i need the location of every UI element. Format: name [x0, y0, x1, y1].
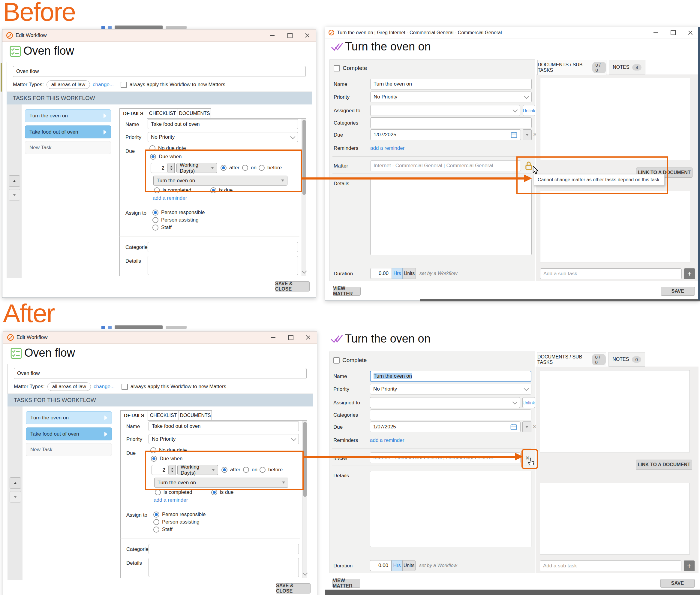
duration-input[interactable]: 0.00 — [370, 268, 392, 279]
calendar-icon[interactable] — [510, 423, 517, 430]
add-subtask-input[interactable]: Add a sub task — [540, 561, 681, 571]
is-completed-option[interactable]: is completed — [155, 489, 192, 495]
tab-documents-subtasks[interactable]: DOCUMENTS / SUB TASKS 0 / 0 — [537, 60, 606, 75]
assign-person-assisting[interactable]: Person assisting — [153, 519, 200, 525]
task-item-turn-oven-on[interactable]: Turn the oven on — [26, 411, 112, 424]
move-task-up-button[interactable] — [9, 175, 20, 187]
close-button[interactable] — [298, 29, 316, 41]
duration-input[interactable]: 0.00 — [370, 560, 391, 571]
save-close-button[interactable]: SAVE & CLOSE — [275, 281, 310, 291]
due-date-dropdown-button[interactable] — [522, 422, 531, 432]
add-reminder-link[interactable]: add a reminder — [153, 195, 187, 201]
tab-notes[interactable]: NOTES 0 — [609, 352, 645, 367]
complete-checkbox-row[interactable]: Complete — [334, 65, 367, 72]
unlink-button[interactable]: Unlink — [523, 105, 535, 116]
task-name-input[interactable]: Turn the oven on — [370, 79, 532, 89]
categories-input[interactable] — [148, 544, 299, 554]
task-item-take-food-out[interactable]: Take food out of oven — [26, 427, 112, 441]
assigned-to-select[interactable] — [370, 397, 520, 408]
categories-input[interactable] — [370, 117, 532, 128]
matter-types-pill[interactable]: all areas of law — [47, 81, 90, 89]
tab-documents[interactable]: DOCUMENTS — [179, 410, 212, 421]
details-textarea[interactable] — [148, 558, 299, 577]
maximize-button[interactable] — [664, 27, 682, 39]
complete-checkbox-row[interactable]: Complete — [333, 357, 367, 364]
minimize-button[interactable] — [647, 27, 664, 39]
due-date-dropdown-button[interactable] — [523, 130, 532, 140]
priority-select[interactable]: No Priority — [370, 91, 532, 102]
window-titlebar[interactable]: Turn the oven on | Greg Internet - Comme… — [325, 27, 699, 38]
task-item-new-task[interactable]: New Task — [26, 443, 112, 456]
due-date-input[interactable]: 1/07/2025 — [370, 130, 521, 140]
assigned-to-select[interactable] — [370, 105, 520, 116]
maximize-button[interactable] — [282, 332, 299, 343]
calendar-icon[interactable] — [511, 131, 518, 138]
duration-hrs-button[interactable]: Hrs — [391, 560, 402, 571]
priority-select[interactable]: No Priority — [148, 132, 298, 142]
tab-checklist[interactable]: CHECKLIST — [148, 410, 179, 421]
task-item-new-task[interactable]: New Task — [25, 141, 111, 154]
task-name-input-focused[interactable]: Turn the oven on — [370, 371, 531, 381]
change-link[interactable]: change... — [93, 82, 114, 88]
task-item-take-food-out[interactable]: Take food out of oven — [25, 125, 111, 138]
documents-list[interactable] — [540, 370, 690, 452]
details-textarea[interactable] — [370, 471, 531, 547]
save-close-button[interactable]: SAVE & CLOSE — [276, 583, 311, 594]
close-button[interactable] — [682, 27, 699, 39]
tab-notes[interactable]: NOTES 4 — [609, 60, 645, 75]
details-scrollbar[interactable] — [302, 421, 307, 578]
minimize-button[interactable] — [264, 29, 281, 41]
duration-units-button[interactable]: Units — [402, 560, 415, 571]
move-task-down-button[interactable] — [9, 491, 21, 503]
add-subtask-button[interactable]: + — [684, 561, 695, 571]
assign-staff[interactable]: Staff — [153, 527, 173, 533]
move-task-up-button[interactable] — [9, 477, 21, 489]
add-reminder-link[interactable]: add a reminder — [370, 437, 404, 444]
save-button[interactable]: SAVE — [661, 579, 695, 588]
tab-documents[interactable]: DOCUMENTS — [178, 108, 211, 119]
categories-input[interactable] — [370, 409, 531, 420]
view-matter-button[interactable]: VIEW MATTER — [333, 287, 361, 296]
tab-details[interactable]: DETAILS — [120, 410, 148, 421]
maximize-button[interactable] — [281, 29, 298, 41]
tab-documents-subtasks[interactable]: DOCUMENTS / SUB TASKS 0 / 0 — [537, 352, 606, 367]
add-subtask-input[interactable]: Add a sub task — [540, 268, 682, 279]
duration-units-button[interactable]: Units — [403, 268, 416, 279]
workflow-name-input[interactable]: Oven flow — [14, 368, 307, 379]
categories-input[interactable] — [148, 242, 298, 252]
add-reminder-link[interactable]: add a reminder — [370, 145, 405, 151]
details-scrollbar[interactable] — [301, 119, 307, 276]
unlink-button[interactable]: Unlink — [522, 397, 535, 408]
assign-staff[interactable]: Staff — [152, 225, 172, 231]
assign-person-responsible[interactable]: Person responsible — [152, 209, 205, 216]
window-titlebar[interactable]: Edit Workflow — [2, 29, 316, 42]
due-date-input[interactable]: 1/07/2025 — [370, 422, 521, 432]
assign-person-responsible[interactable]: Person responsible — [153, 512, 206, 517]
assign-person-assisting[interactable]: Person assisting — [152, 217, 199, 223]
view-matter-button[interactable]: VIEW MATTER — [332, 579, 360, 588]
priority-select[interactable]: No Priority — [148, 434, 299, 444]
subtasks-list[interactable] — [540, 483, 690, 555]
subtasks-list[interactable] — [540, 191, 690, 262]
details-textarea[interactable] — [148, 256, 298, 275]
save-button[interactable]: SAVE — [661, 287, 695, 296]
documents-list[interactable] — [540, 78, 690, 160]
minimize-button[interactable] — [265, 332, 282, 343]
tab-checklist[interactable]: CHECKLIST — [147, 108, 178, 119]
workflow-name-input[interactable]: Oven flow — [13, 66, 306, 77]
task-name-input[interactable]: Take food out of oven — [148, 421, 299, 431]
always-apply-checkbox[interactable] — [121, 384, 128, 390]
priority-select[interactable]: No Priority — [370, 384, 531, 394]
link-to-document-button[interactable]: LINK TO A DOCUMENT — [636, 460, 692, 470]
duration-hrs-button[interactable]: Hrs — [392, 268, 403, 279]
is-due-option[interactable]: is due — [211, 489, 233, 495]
close-button[interactable] — [299, 332, 317, 343]
change-link[interactable]: change... — [94, 384, 115, 390]
task-item-turn-oven-on[interactable]: Turn the oven on — [25, 109, 111, 122]
add-subtask-button[interactable]: + — [684, 268, 695, 279]
details-textarea[interactable] — [370, 179, 532, 255]
task-name-input[interactable]: Take food out of oven — [148, 119, 298, 129]
add-reminder-link[interactable]: add a reminder — [154, 497, 188, 503]
matter-types-pill[interactable]: all areas of law — [48, 382, 91, 391]
tab-details[interactable]: DETAILS — [119, 108, 147, 119]
